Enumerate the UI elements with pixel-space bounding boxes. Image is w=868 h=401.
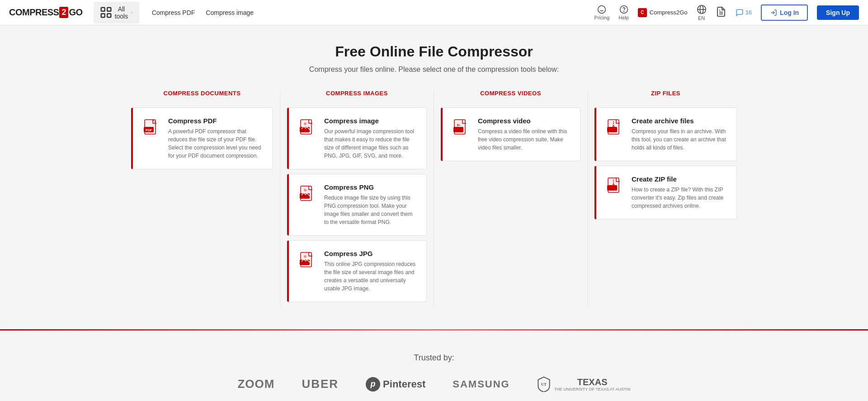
- all-tools-label: All tools: [115, 5, 128, 20]
- pdf-file-icon: PDF: [143, 119, 159, 135]
- tool-desc-create-zip: How to create a ZIP file? With this ZIP …: [632, 186, 728, 210]
- tool-info-compress-image: Compress image Our powerful image compre…: [324, 117, 418, 160]
- help-icon: [619, 5, 628, 14]
- svg-point-35: [613, 184, 615, 186]
- header-right: Pricing Help C Compress2Go EN: [594, 5, 859, 21]
- svg-rect-29: [607, 127, 617, 132]
- tool-card-compress-pdf[interactable]: PDF Compress PDF A powerful PDF compress…: [131, 107, 273, 169]
- tool-name-compress-pdf: Compress PDF: [168, 117, 264, 125]
- samsung-logo: SAMSUNG: [453, 378, 509, 390]
- nav-compress-pdf[interactable]: Compress PDF: [146, 5, 201, 20]
- tool-desc-compress-image: Our powerful image compression tool that…: [324, 127, 418, 160]
- texas-university-text: TEXAS: [554, 377, 631, 387]
- svg-text:UT: UT: [541, 382, 547, 387]
- category-images-title: COMPRESS IMAGES: [287, 90, 427, 100]
- tool-info-create-archive: Create archive files Compress your files…: [632, 117, 728, 152]
- png-icon: [297, 183, 317, 203]
- compress2go-label: Compress2Go: [650, 9, 688, 16]
- tool-card-create-zip[interactable]: Create ZIP file How to create a ZIP file…: [594, 166, 737, 219]
- pinterest-text: Pinterest: [383, 378, 425, 390]
- categories-grid: COMPRESS DOCUMENTS PDF Compress PDF A po…: [127, 90, 741, 307]
- zoom-logo: ZOOM: [237, 377, 274, 391]
- svg-point-18: [304, 122, 307, 125]
- tool-info-compress-video: Compress video Compress a video file onl…: [478, 117, 572, 152]
- jpg-file-icon: [299, 252, 315, 268]
- video-icon: [451, 117, 471, 137]
- logo-text-before: COMPRESS: [9, 7, 59, 18]
- language-button[interactable]: EN: [697, 5, 707, 21]
- svg-rect-2: [101, 14, 104, 17]
- notifications-icon: [736, 9, 744, 17]
- logo-box: 2: [59, 7, 68, 18]
- help-button[interactable]: Help: [618, 5, 629, 20]
- pinterest-logo: p Pinterest: [366, 377, 425, 392]
- signup-button[interactable]: Sign Up: [817, 5, 859, 20]
- login-button[interactable]: Log In: [761, 5, 808, 21]
- svg-point-31: [613, 126, 615, 128]
- svg-rect-33: [607, 185, 617, 191]
- tool-name-compress-image: Compress image: [324, 117, 418, 125]
- tool-info-compress-png: Compress PNG Reduce image file size by u…: [324, 183, 418, 226]
- tool-card-compress-png[interactable]: Compress PNG Reduce image file size by u…: [287, 174, 427, 236]
- nav-compress-image[interactable]: Compress image: [200, 5, 259, 20]
- texas-university-sub: The University of Texas at Austin: [554, 387, 631, 392]
- tool-card-compress-image[interactable]: Compress image Our powerful image compre…: [287, 107, 427, 169]
- pricing-button[interactable]: Pricing: [594, 5, 610, 20]
- tool-desc-create-archive: Compress your files in an archive. With …: [632, 127, 728, 152]
- image-file-icon: [299, 119, 315, 135]
- trusted-section: Trusted by: ZOOM UBER p Pinterest SAMSUN…: [0, 331, 868, 401]
- svg-rect-1: [107, 8, 111, 11]
- category-zip: ZIP FILES Create archive files Compress …: [588, 90, 741, 307]
- video-file-icon: [453, 119, 469, 135]
- file-manager-icon: [716, 6, 726, 17]
- texas-text-block: TEXAS The University of Texas at Austin: [554, 377, 631, 392]
- chevron-down-icon: [131, 10, 132, 15]
- tool-card-create-archive[interactable]: Create archive files Compress your files…: [594, 107, 737, 161]
- pricing-icon: [597, 5, 606, 14]
- pdf-icon: PDF: [141, 117, 161, 137]
- tool-desc-compress-png: Reduce image file size by using this PNG…: [324, 194, 418, 226]
- tool-card-compress-jpg[interactable]: Compress JPG This online JPG compression…: [287, 240, 427, 302]
- category-videos: COMPRESS VIDEOS Compress video Compress …: [434, 90, 588, 307]
- tool-card-compress-video[interactable]: Compress video Compress a video file onl…: [441, 107, 580, 161]
- uber-logo: UBER: [302, 377, 339, 391]
- grid-icon: [100, 6, 112, 19]
- archive-icon: [604, 117, 624, 137]
- page-title: Free Online File Compressor: [127, 43, 741, 60]
- trusted-title: Trusted by:: [9, 353, 859, 363]
- zip-file-icon: [606, 177, 623, 193]
- archive-file-icon: [606, 119, 623, 135]
- category-zip-title: ZIP FILES: [594, 90, 737, 100]
- notifications-count: 16: [745, 9, 752, 16]
- category-images: COMPRESS IMAGES Compress image Our power…: [280, 90, 434, 307]
- tool-info-compress-jpg: Compress JPG This online JPG compression…: [324, 250, 418, 293]
- all-tools-button[interactable]: All tools: [94, 2, 139, 23]
- tool-desc-compress-pdf: A powerful PDF compressor that reduces t…: [168, 127, 264, 160]
- texas-logo: UT TEXAS The University of Texas at Aust…: [537, 376, 631, 392]
- page-subtitle: Compress your files online. Please selec…: [127, 65, 741, 74]
- login-icon: [770, 9, 777, 16]
- zip-icon: [604, 175, 624, 195]
- file-manager-button[interactable]: [716, 6, 726, 19]
- tool-name-compress-png: Compress PNG: [324, 183, 418, 191]
- svg-point-24: [304, 255, 307, 258]
- tool-name-create-zip: Create ZIP file: [632, 175, 728, 183]
- main-content: Free Online File Compressor Compress you…: [118, 25, 750, 316]
- svg-rect-0: [101, 8, 104, 11]
- texas-shield-icon: UT: [537, 376, 551, 392]
- logo[interactable]: COMPRESS 2 GO: [9, 7, 83, 18]
- tool-desc-compress-video: Compress a video file online with this f…: [478, 127, 572, 152]
- png-file-icon: [299, 185, 315, 201]
- svg-text:PDF: PDF: [146, 129, 152, 132]
- globe-icon: [697, 5, 707, 14]
- header: COMPRESS 2 GO All tools Compress PDF Com…: [0, 0, 868, 25]
- svg-point-21: [304, 189, 307, 191]
- image-icon: [297, 117, 317, 137]
- notifications-button[interactable]: 16: [736, 9, 752, 17]
- compress2go-badge[interactable]: C Compress2Go: [638, 8, 688, 17]
- tool-name-create-archive: Create archive files: [632, 117, 728, 125]
- tool-desc-compress-jpg: This online JPG compression reduces the …: [324, 260, 418, 293]
- logo-text-after: GO: [69, 7, 82, 18]
- compress2go-icon: C: [638, 8, 647, 17]
- tool-name-compress-jpg: Compress JPG: [324, 250, 418, 257]
